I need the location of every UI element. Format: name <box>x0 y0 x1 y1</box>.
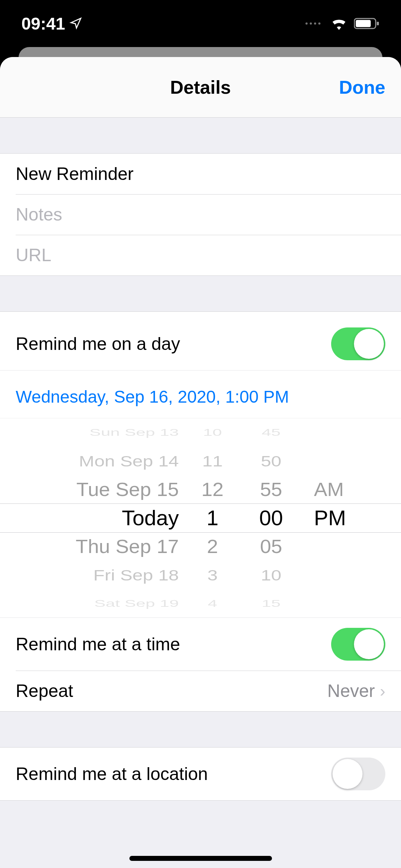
picker-date-column[interactable]: Sat Sep 12 Sun Sep 13 Mon Sep 14 Tue Sep… <box>16 418 190 618</box>
picker-hour-item[interactable]: 11 <box>202 449 223 473</box>
battery-icon <box>354 17 380 30</box>
picker-minute-item[interactable]: 15 <box>262 595 281 611</box>
picker-hour-column[interactable]: 9 10 11 12 1 2 3 4 5 <box>190 418 236 618</box>
remind-day-label: Remind me on a day <box>16 334 331 354</box>
section-gap <box>0 118 401 153</box>
picker-date-item-selected[interactable]: Today <box>122 504 179 532</box>
url-input[interactable] <box>16 245 385 265</box>
home-indicator[interactable] <box>129 856 272 861</box>
remind-location-section: Remind me at a location <box>0 747 401 801</box>
picker-minute-item[interactable]: 45 <box>262 424 281 440</box>
picker-hour-item[interactable]: 10 <box>203 424 222 440</box>
datetime-picker[interactable]: Sat Sep 12 Sun Sep 13 Mon Sep 14 Tue Sep… <box>0 418 401 618</box>
remind-day-row: Remind me on a day <box>0 317 401 370</box>
picker-date-item[interactable]: Fri Sep 18 <box>93 563 179 587</box>
repeat-label: Repeat <box>16 681 327 701</box>
picker-minute-item[interactable]: 10 <box>261 563 282 587</box>
picker-minute-column[interactable]: 40 45 50 55 00 05 10 15 20 <box>235 418 307 618</box>
picker-hour-item[interactable]: 12 <box>201 476 223 503</box>
remind-time-label: Remind me at a time <box>16 634 331 655</box>
notes-input[interactable] <box>16 204 385 225</box>
section-gap <box>0 276 401 311</box>
status-time: 09:41 <box>21 14 65 33</box>
picker-hour-item[interactable]: 3 <box>207 563 218 587</box>
picker-date-item[interactable]: Sun Sep 13 <box>89 424 179 440</box>
picker-hour-item-selected[interactable]: 1 <box>206 504 218 532</box>
remind-location-label: Remind me at a location <box>16 764 331 784</box>
wifi-icon <box>330 17 348 30</box>
picker-ampm-item-selected[interactable]: PM <box>314 504 346 532</box>
chevron-right-icon: › <box>380 681 385 701</box>
picker-hour-item[interactable]: 2 <box>207 533 218 560</box>
picker-date-item[interactable]: Mon Sep 14 <box>79 449 179 473</box>
sheet-header: Details Done <box>0 57 401 118</box>
picker-date-item[interactable]: Tue Sep 15 <box>76 476 179 503</box>
reminder-title-input[interactable] <box>16 164 385 184</box>
picker-hour-item[interactable]: 4 <box>208 595 217 611</box>
selected-datetime-label[interactable]: Wednesday, Sep 16, 2020, 1:00 PM <box>0 370 401 418</box>
cellular-dots-icon <box>305 22 320 25</box>
picker-minute-item-selected[interactable]: 00 <box>259 504 283 532</box>
remind-time-row: Remind me at a time <box>0 618 401 671</box>
picker-ampm-item[interactable]: AM <box>314 476 344 503</box>
title-notes-section <box>0 153 401 276</box>
svg-rect-2 <box>377 22 379 25</box>
remind-day-section: Remind me on a day Wednesday, Sep 16, 20… <box>0 311 401 712</box>
done-button[interactable]: Done <box>339 77 385 98</box>
notes-row[interactable] <box>0 194 401 235</box>
status-right <box>305 17 380 30</box>
picker-minute-item[interactable]: 50 <box>261 449 282 473</box>
remind-location-row: Remind me at a location <box>0 748 401 800</box>
details-sheet: Details Done Remind me on a day Wednesda… <box>0 57 401 868</box>
status-left: 09:41 <box>21 14 82 33</box>
picker-minute-item[interactable]: 05 <box>260 533 282 560</box>
picker-date-item[interactable]: Thu Sep 17 <box>76 533 179 560</box>
status-bar: 09:41 <box>0 0 401 47</box>
remind-day-toggle[interactable] <box>331 327 385 360</box>
remind-time-toggle[interactable] <box>331 628 385 661</box>
location-icon <box>70 14 82 33</box>
svg-rect-1 <box>356 20 371 27</box>
repeat-row[interactable]: Repeat Never › <box>0 671 401 711</box>
repeat-value: Never <box>327 681 375 701</box>
picker-date-item[interactable]: Sat Sep 19 <box>94 595 179 611</box>
remind-location-toggle[interactable] <box>331 758 385 790</box>
picker-ampm-column[interactable]: AM PM XX <box>307 418 385 618</box>
page-title: Details <box>170 77 231 98</box>
url-row[interactable] <box>0 235 401 275</box>
picker-minute-item[interactable]: 55 <box>260 476 282 503</box>
section-gap <box>0 712 401 747</box>
reminder-title-row[interactable] <box>0 154 401 194</box>
